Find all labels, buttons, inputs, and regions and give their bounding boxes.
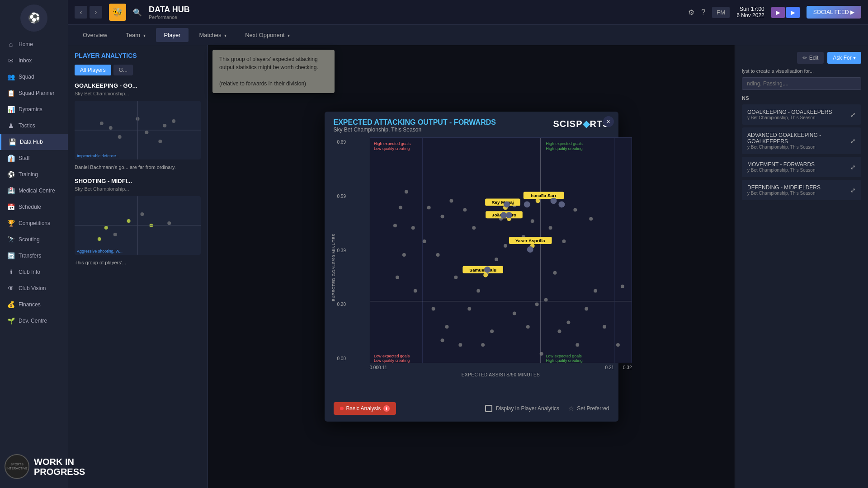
squad-icon: 👥 [7,73,15,80]
sidebar-item-label: Dev. Centre [19,318,47,324]
left-panel: PLAYER ANALYTICS All Players G... GOALKE… [68,45,208,488]
modal-close-button[interactable]: × [603,116,614,127]
y-axis-labels: 0.69 0.59 0.39 0.20 0.00 [337,137,346,363]
svg-point-16 [167,221,171,225]
expand-icon[interactable]: ⤢ [850,137,856,145]
fm-button[interactable]: FM [712,7,730,18]
tab-overview[interactable]: Overview [75,28,115,42]
svg-point-54 [402,253,406,257]
sidebar-item-squad[interactable]: 👥 Squad [0,69,68,85]
section2-sub: Sky Bet Championship... [75,186,201,192]
sidebar-item-scouting[interactable]: 🔭 Scouting [0,231,68,248]
sidebar-item-dev-centre[interactable]: 🌱 Dev. Centre [0,313,68,329]
section1-title: GOALKEEPING - GO... [75,82,201,89]
display-in-player-analytics[interactable]: Display in Player Analytics [485,405,559,412]
svg-point-29 [395,276,399,279]
sidebar-item-home[interactable]: ⌂ Home [0,36,68,52]
chart-wrapper: EXPECTED GOALS/90 MINUTES 0.69 0.59 0.39… [334,137,609,393]
help-icon[interactable]: ⚙ [688,8,694,17]
svg-point-70 [553,271,557,275]
svg-point-6 [100,122,104,125]
nav-forward-button[interactable]: › [90,6,102,19]
sidebar-item-dynamics[interactable]: 📊 Dynamics [0,101,68,117]
chart1[interactable]: Impenetrable defence... [75,101,201,160]
medical-icon: 🏥 [7,187,15,194]
modal-overlay[interactable]: EXPECTED ATTACKING OUTPUT - FORWARDS Sky… [208,45,735,488]
svg-point-62 [573,208,577,211]
sidebar-item-finances[interactable]: 💰 Finances [0,296,68,313]
modal: EXPECTED ATTACKING OUTPUT - FORWARDS Sky… [325,112,618,422]
topbar: ‹ › 🐝 🔍 DATA HUB Performance ⚙ ? FM Sun … [68,0,868,25]
btn1[interactable]: ▶ [771,7,785,18]
preferred-label: Set Preferred [577,405,609,412]
checkbox[interactable] [485,405,492,412]
sidebar-item-training[interactable]: ⚽ Training [0,166,68,183]
tab-matches[interactable]: Matches ▾ [191,28,235,42]
svg-point-64 [398,206,402,209]
svg-point-55 [393,224,396,227]
svg-point-42 [544,298,547,302]
svg-text:Low quality creating: Low quality creating [374,358,410,363]
scatter-chart-area: High expected goals Low quality creating… [370,137,632,363]
x-axis-labels: 0.00 0.11 0.21 0.32 [370,365,632,370]
sidebar-item-squad-planner[interactable]: 📋 Squad Planner [0,85,68,101]
sidebar-item-label: Inbox [19,57,32,64]
finances-icon: 💰 [7,301,15,308]
vis-name: ADVANCED GOALKEEPING - GOALKEEPERS [747,132,850,145]
social-feed-button[interactable]: SOCIAL FEED ▶ [807,6,861,19]
sidebar: ⚽ ⌂ Home ✉ Inbox 👥 Squad 📋 Squad Planner… [0,0,68,488]
sidebar-item-club-vision[interactable]: 👁 Club Vision [0,280,68,296]
vis-sub: y Bet Championship, This Season [747,145,850,150]
sidebar-item-club-info[interactable]: ℹ Club Info [0,264,68,280]
svg-point-38 [503,244,507,248]
basic-analysis-button[interactable]: Basic Analysis ℹ [334,402,396,415]
sidebar-item-schedule[interactable]: 📅 Schedule [0,199,68,215]
tab-next-opponent[interactable]: Next Opponent ▾ [237,28,298,42]
tab-team[interactable]: Team ▾ [118,28,153,42]
set-preferred-button[interactable]: ☆ Set Preferred [568,405,609,412]
sidebar-item-data-hub[interactable]: 💾 Data Hub [0,134,68,150]
vis-item-goalkeeping[interactable]: GOALKEEPING - GOALKEEPERS y Bet Champion… [742,104,861,125]
scouting-icon: 🔭 [7,236,15,243]
datahub-title-block: DATA HUB Performance [149,5,190,20]
svg-point-37 [495,258,498,261]
sidebar-item-inbox[interactable]: ✉ Inbox [0,52,68,69]
sidebar-item-tactics[interactable]: ♟ Tactics [0,117,68,134]
nav-back-button[interactable]: ‹ [75,6,87,19]
dynamics-icon: 📊 [7,106,15,113]
expand-icon[interactable]: ⤢ [850,187,856,194]
right-panel-actions: ✏ Edit Ask For ▾ [742,52,861,64]
question-icon[interactable]: ? [701,8,705,16]
vis-sub: y Bet Championship, This Season [747,191,821,196]
expand-icon[interactable]: ⤢ [850,111,856,118]
svg-text:Low quality creating: Low quality creating [374,146,410,151]
chart2[interactable]: Aggressive shooting, W... [75,196,201,255]
askfor-button[interactable]: Ask For ▾ [827,52,861,64]
filter-g[interactable]: G... [113,65,133,75]
sidebar-item-label: Dynamics [19,106,42,113]
section2-title: SHOOTING - MIDFI... [75,178,201,184]
club-info-icon: ℹ [7,268,15,276]
expand-icon[interactable]: ⤢ [850,164,856,171]
sidebar-item-medical-centre[interactable]: 🏥 Medical Centre [0,183,68,199]
vis-item-advanced-goalkeeping[interactable]: ADVANCED GOALKEEPING - GOALKEEPERS y Bet… [742,127,861,154]
svg-point-69 [539,352,543,356]
sidebar-item-staff[interactable]: 👔 Staff [0,150,68,166]
vis-item-movement[interactable]: MOVEMENT - FORWARDS y Bet Championship, … [742,157,861,177]
star-icon: ☆ [568,405,574,412]
tab-player[interactable]: Player [156,28,189,42]
dev-centre-icon: 🌱 [7,317,15,324]
search-input[interactable] [742,77,861,90]
edit-button[interactable]: ✏ Edit [797,52,824,64]
svg-point-2 [163,124,166,127]
svg-point-68 [440,338,444,342]
data-hub-icon: 💾 [8,138,16,145]
sidebar-item-competitions[interactable]: 🏆 Competitions [0,215,68,231]
vis-item-defending[interactable]: DEFENDING - MIDFIELDERS y Bet Championsh… [742,180,861,200]
btn2[interactable]: ▶ [786,7,800,18]
scisports-logo: SCISP◆RTS [553,118,609,129]
filter-all-players[interactable]: All Players [75,65,111,75]
sidebar-item-transfers[interactable]: 🔄 Transfers [0,248,68,264]
svg-point-35 [476,289,480,293]
search-icon-top[interactable]: 🔍 [133,8,142,17]
